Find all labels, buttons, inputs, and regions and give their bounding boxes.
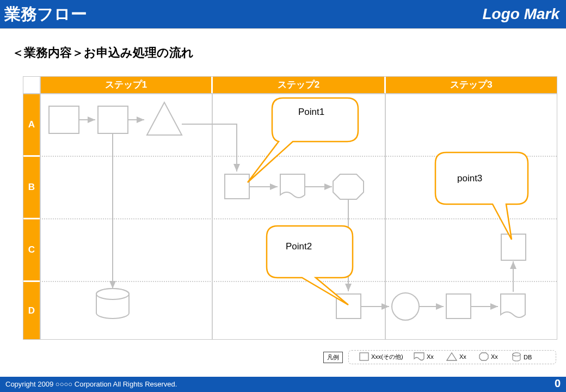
row-head-a: A bbox=[23, 94, 40, 156]
svg-marker-23 bbox=[479, 353, 488, 360]
legend-label: 凡例 bbox=[323, 352, 343, 363]
flow-grid: ステップ1 ステップ2 ステップ3 A B C D bbox=[23, 76, 557, 340]
legend-item-doc: Xx bbox=[414, 352, 434, 361]
page-number: 0 bbox=[555, 376, 561, 391]
col-head-step2: ステップ2 bbox=[213, 77, 385, 93]
grid-corner bbox=[23, 77, 40, 93]
legend-text-doc: Xx bbox=[427, 353, 434, 360]
logo-mark: Logo Mark bbox=[482, 5, 559, 23]
footer-copyright: Copyright 2009 ○○○○ Corporation All Righ… bbox=[5, 380, 177, 388]
subtitle: ＜業務内容＞お申込み処理の流れ bbox=[12, 45, 194, 61]
legend-item-tri: Xx bbox=[446, 352, 466, 361]
svg-rect-21 bbox=[360, 353, 368, 360]
row-head-d: D bbox=[23, 282, 40, 339]
row-head-b: B bbox=[23, 157, 40, 218]
legend-text-rect: Xxx(その他) bbox=[371, 353, 403, 361]
footer-bar: Copyright 2009 ○○○○ Corporation All Righ… bbox=[0, 377, 566, 392]
legend-text-db: DB bbox=[524, 354, 532, 360]
callout-point2: Point2 bbox=[286, 241, 312, 252]
callout-point3: point3 bbox=[457, 173, 482, 184]
page-title: 業務フロー bbox=[4, 3, 87, 26]
legend-text-oct: Xx bbox=[491, 353, 498, 360]
legend-text-tri: Xx bbox=[459, 353, 466, 360]
svg-point-25 bbox=[513, 353, 520, 356]
callout-point1: Point1 bbox=[298, 107, 324, 118]
col-head-step3: ステップ3 bbox=[386, 77, 557, 93]
col-head-step1: ステップ1 bbox=[41, 77, 212, 93]
row-head-c: C bbox=[23, 219, 40, 281]
legend-item-rect: Xxx(その他) bbox=[359, 352, 403, 361]
svg-marker-22 bbox=[447, 353, 457, 360]
legend-item-oct: Xx bbox=[479, 352, 498, 361]
header-bar: 業務フロー Logo Mark bbox=[0, 0, 566, 29]
legend-item-db: DB bbox=[512, 352, 532, 362]
